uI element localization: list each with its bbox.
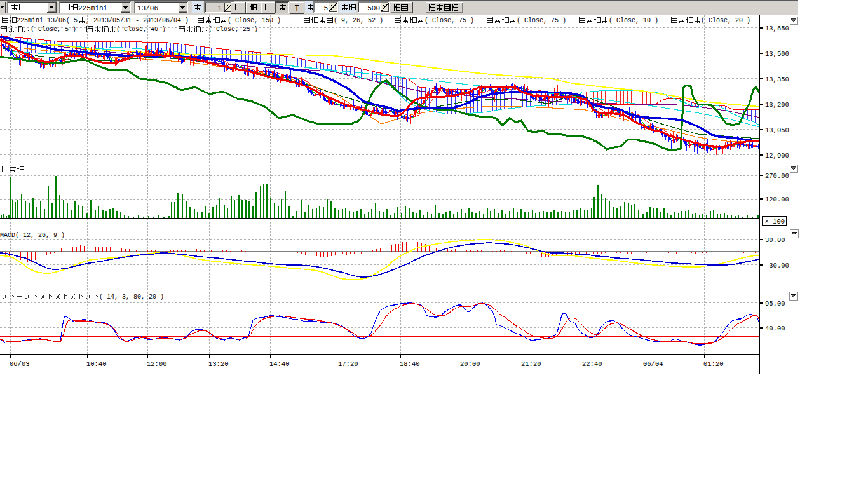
svg-text:12,900: 12,900 xyxy=(765,152,789,159)
svg-text:225mini: 225mini xyxy=(78,4,108,12)
svg-text:T: T xyxy=(294,4,299,13)
svg-text:( Close, 75 ): ( Close, 75 ) xyxy=(424,17,474,24)
svg-text:30.00: 30.00 xyxy=(765,236,785,244)
svg-text:22:40: 22:40 xyxy=(582,360,602,368)
svg-text:06/04: 06/04 xyxy=(643,360,663,368)
svg-text:( Close, 20 ): ( Close, 20 ) xyxy=(701,17,750,24)
svg-text:13,200: 13,200 xyxy=(765,101,789,109)
svg-text:120.00: 120.00 xyxy=(765,196,789,203)
svg-text:1: 1 xyxy=(217,4,222,12)
svg-text:-30.00: -30.00 xyxy=(765,262,789,269)
svg-text:( Close, 150 ): ( Close, 150 ) xyxy=(227,17,281,24)
svg-text:13,650: 13,650 xyxy=(765,25,789,32)
svg-text:17:20: 17:20 xyxy=(338,360,358,368)
svg-text:40.00: 40.00 xyxy=(765,325,785,332)
svg-text:06/03: 06/03 xyxy=(10,360,30,368)
svg-text:13:20: 13:20 xyxy=(208,360,229,368)
svg-text:13,050: 13,050 xyxy=(765,126,789,134)
svg-text:20:00: 20:00 xyxy=(460,360,480,368)
svg-text:13,350: 13,350 xyxy=(765,76,789,83)
svg-text:21:20: 21:20 xyxy=(521,360,541,368)
svg-text:10:40: 10:40 xyxy=(86,360,107,368)
svg-text:95.00: 95.00 xyxy=(765,300,785,308)
svg-text:225mini 13/06( 5: 225mini 13/06( 5 xyxy=(17,17,78,24)
svg-text:13/06: 13/06 xyxy=(137,4,158,12)
svg-text:, 2013/05/31 - 2013/06/04 ): , 2013/05/31 - 2013/06/04 ) xyxy=(86,17,189,24)
svg-text:( 9, 26, 52 ): ( 9, 26, 52 ) xyxy=(334,17,383,24)
svg-text:( Close, 10 ): ( Close, 10 ) xyxy=(609,17,658,24)
svg-text:13,500: 13,500 xyxy=(765,50,789,58)
svg-text:14:40: 14:40 xyxy=(269,360,290,368)
svg-text:× 100: × 100 xyxy=(765,218,785,226)
svg-text:12:00: 12:00 xyxy=(147,360,167,368)
svg-text:5: 5 xyxy=(323,4,328,12)
svg-text:( 14, 3, 80, 20 ): ( 14, 3, 80, 20 ) xyxy=(99,294,164,301)
svg-text:270.00: 270.00 xyxy=(765,172,789,180)
svg-text:( Close, 75 ): ( Close, 75 ) xyxy=(517,17,566,24)
svg-text:18:40: 18:40 xyxy=(400,360,420,368)
svg-text:500: 500 xyxy=(367,4,380,12)
svg-text:MACD( 12, 26, 9 ): MACD( 12, 26, 9 ) xyxy=(0,232,65,239)
svg-text:01:20: 01:20 xyxy=(703,360,724,368)
